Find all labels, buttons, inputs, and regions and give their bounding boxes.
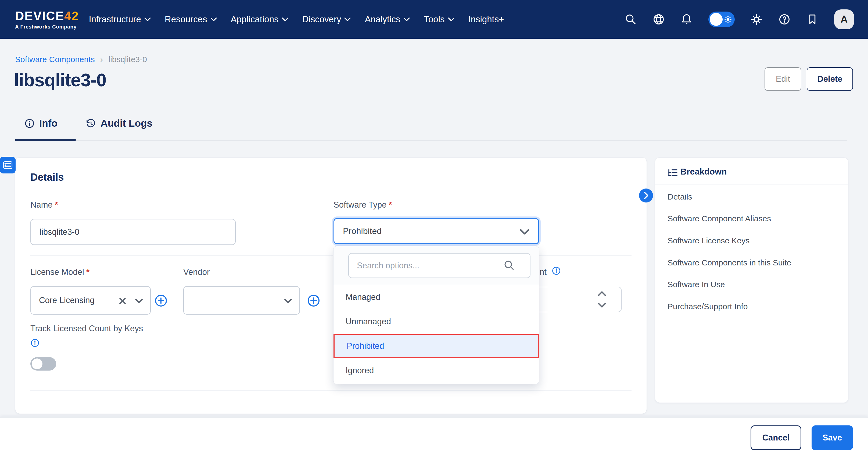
menu-label: Applications	[231, 14, 279, 25]
option-prohibited-selected[interactable]: Prohibited	[334, 334, 539, 358]
search-icon[interactable]	[624, 13, 637, 26]
logo-tagline: A Freshworks Company	[15, 24, 79, 29]
spinner-down-icon[interactable]	[598, 303, 606, 308]
software-type-value: Prohibited	[343, 226, 381, 236]
chevron-down-icon	[344, 18, 351, 21]
licensed-count-info-icon[interactable]	[552, 266, 561, 275]
search-icon	[503, 259, 515, 271]
breakdown-tree-icon	[668, 168, 678, 178]
chevron-right-icon	[643, 192, 649, 199]
history-icon	[85, 118, 96, 129]
license-model-value: Core Licensing	[39, 295, 95, 305]
spinner-up-icon[interactable]	[598, 291, 606, 296]
chevron-down-icon	[210, 18, 217, 21]
help-icon[interactable]	[778, 13, 790, 26]
chevron-down-icon	[520, 229, 529, 234]
software-type-label: Software Type*	[334, 200, 392, 210]
chevron-down-icon	[448, 18, 455, 21]
theme-toggle[interactable]	[708, 11, 735, 27]
menu-infrastructure[interactable]: Infrastructure	[89, 14, 151, 25]
breadcrumb-parent-link[interactable]: Software Components	[15, 55, 95, 64]
breakdown-card: Breakdown Details Software Component Ali…	[655, 157, 848, 403]
vendor-select[interactable]	[183, 286, 300, 315]
cancel-button[interactable]: Cancel	[750, 425, 801, 450]
bookmark-icon[interactable]	[806, 13, 818, 26]
device42-logo[interactable]: DEVICE42 A Freshworks Company	[15, 10, 79, 29]
notifications-bell-icon[interactable]	[680, 13, 693, 26]
breakdown-item-components-suite[interactable]: Software Components in this Suite	[668, 258, 791, 267]
side-panel-toggle[interactable]	[0, 157, 16, 173]
list-icon	[3, 161, 12, 169]
breakdown-item-details[interactable]: Details	[668, 192, 692, 201]
delete-button[interactable]: Delete	[807, 67, 853, 91]
save-button[interactable]: Save	[812, 425, 853, 450]
user-avatar[interactable]: A	[834, 9, 854, 29]
menu-tools[interactable]: Tools	[424, 14, 454, 25]
menu-label: Resources	[165, 14, 207, 25]
menu-insights[interactable]: Insights+	[468, 14, 504, 25]
breadcrumb-current: libsqlite3-0	[108, 55, 147, 64]
software-type-dropdown-panel: Managed Unmanaged Prohibited Ignored	[333, 246, 539, 384]
details-card: Details Name* libsqlite3-0 Software Type…	[15, 157, 647, 414]
tabs-divider	[15, 140, 847, 141]
software-type-select[interactable]: Prohibited	[334, 218, 539, 244]
chevron-down-icon	[282, 18, 288, 21]
menu-label: Discovery	[302, 14, 341, 25]
name-label: Name*	[30, 200, 58, 210]
breakdown-divider	[655, 184, 848, 184]
main-menu: Infrastructure Resources Applications Di…	[89, 14, 504, 25]
breakdown-item-purchase-support[interactable]: Purchase/Support Info	[668, 302, 748, 311]
navbar-actions: A	[624, 9, 854, 29]
track-licensed-label: Track Licensed Count by Keys	[30, 324, 143, 334]
license-model-select[interactable]: Core Licensing	[30, 286, 151, 315]
dropdown-search-section	[334, 246, 539, 285]
device42-app: DEVICE42 A Freshworks Company Infrastruc…	[0, 0, 868, 455]
menu-applications[interactable]: Applications	[231, 14, 288, 25]
page-title: libsqlite3-0	[14, 69, 106, 90]
chevron-down-icon[interactable]	[284, 298, 292, 303]
tab-audit-logs-label: Audit Logs	[100, 118, 152, 129]
menu-analytics[interactable]: Analytics	[365, 14, 410, 25]
info-icon	[24, 118, 35, 129]
menu-label: Insights+	[468, 14, 504, 25]
top-navbar: DEVICE42 A Freshworks Company Infrastruc…	[0, 0, 868, 39]
theme-toggle-knob	[710, 13, 723, 26]
breakdown-title: Breakdown	[680, 167, 727, 177]
option-unmanaged[interactable]: Unmanaged	[334, 309, 539, 334]
edit-button[interactable]: Edit	[765, 67, 801, 91]
chevron-down-icon[interactable]	[135, 298, 143, 303]
name-input[interactable]: libsqlite3-0	[30, 219, 236, 245]
add-vendor-button[interactable]	[307, 294, 320, 307]
track-licensed-toggle[interactable]	[30, 357, 56, 371]
action-footer: Cancel Save	[0, 417, 868, 455]
track-licensed-info-icon[interactable]	[30, 338, 39, 347]
add-license-model-button[interactable]	[155, 294, 167, 307]
license-model-label: License Model*	[30, 267, 90, 277]
menu-discovery[interactable]: Discovery	[302, 14, 351, 25]
menu-label: Infrastructure	[89, 14, 141, 25]
logo-brand-accent: 42	[64, 9, 79, 23]
chevron-down-icon	[403, 18, 410, 21]
row-divider	[30, 255, 631, 256]
option-ignored[interactable]: Ignored	[334, 358, 539, 383]
name-value: libsqlite3-0	[39, 227, 79, 237]
breakdown-item-license-keys[interactable]: Software License Keys	[668, 236, 749, 245]
settings-gear-icon[interactable]	[750, 13, 763, 26]
tab-audit-logs[interactable]: Audit Logs	[85, 118, 152, 129]
tab-info-label: Info	[39, 118, 58, 129]
option-managed[interactable]: Managed	[334, 285, 539, 309]
details-heading: Details	[30, 172, 64, 183]
tab-info[interactable]: Info	[24, 118, 58, 129]
menu-resources[interactable]: Resources	[165, 14, 217, 25]
sun-icon	[724, 15, 732, 24]
avatar-initial: A	[841, 14, 847, 25]
clear-x-icon[interactable]	[119, 297, 126, 305]
breakdown-item-software-in-use[interactable]: Software In Use	[668, 280, 725, 289]
globe-icon[interactable]	[652, 13, 665, 26]
breakdown-collapse-button[interactable]	[639, 189, 653, 202]
breakdown-item-aliases[interactable]: Software Component Aliases	[668, 214, 771, 223]
vendor-label: Vendor	[183, 267, 210, 277]
breadcrumb: Software Components › libsqlite3-0	[15, 55, 147, 64]
breadcrumb-separator: ›	[100, 55, 103, 64]
menu-label: Tools	[424, 14, 444, 25]
